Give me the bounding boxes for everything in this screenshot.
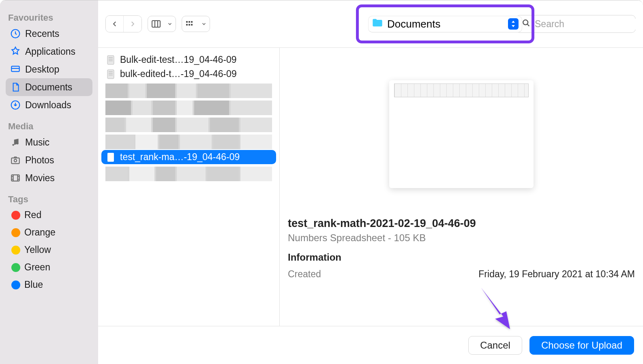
svg-rect-14 (191, 24, 193, 26)
svg-rect-10 (189, 21, 190, 23)
file-name: test_rank-ma…-19_04-46-09 (120, 152, 240, 163)
sidebar-item-label: Yellow (24, 244, 51, 255)
spreadsheet-icon (105, 152, 116, 163)
nav-back-button[interactable] (106, 16, 124, 32)
tag-dot-icon (11, 228, 20, 237)
svg-rect-5 (11, 158, 19, 164)
preview-title: test_rank-math-2021-02-19_04-46-09 (288, 217, 635, 230)
view-mode-selector[interactable] (148, 16, 176, 32)
search-input[interactable] (535, 19, 643, 30)
movies-icon (10, 172, 21, 184)
file-column[interactable]: Bulk-edit-test…19_04-46-09 bulk-edited-t… (98, 48, 280, 326)
sidebar-tag-green[interactable]: Green (6, 259, 92, 276)
file-row[interactable]: Bulk-edit-test…19_04-46-09 (98, 53, 279, 67)
download-icon (10, 99, 21, 111)
sidebar-item-label: Downloads (25, 100, 71, 111)
nav-group (105, 15, 142, 32)
preview-meta-row: Created Friday, 19 February 2021 at 10:3… (288, 269, 635, 280)
sidebar-item-music[interactable]: Music (6, 133, 92, 151)
grid-grouping-icon (182, 16, 198, 32)
sidebar-item-label: Green (24, 262, 50, 273)
svg-rect-8 (152, 21, 160, 27)
sidebar-item-photos[interactable]: Photos (6, 151, 92, 169)
blurred-row (105, 84, 272, 98)
sidebar-tag-yellow[interactable]: Yellow (6, 241, 92, 259)
sidebar-item-documents[interactable]: Documents (6, 78, 92, 96)
folder-icon (372, 18, 383, 30)
sidebar-heading-tags: Tags (6, 194, 92, 205)
sidebar-item-label: Photos (25, 155, 54, 166)
svg-rect-9 (186, 21, 188, 23)
sidebar-item-label: Blue (24, 279, 43, 290)
tag-dot-icon (11, 280, 20, 289)
blurred-row (105, 135, 272, 149)
spreadsheet-icon (105, 69, 116, 79)
svg-rect-13 (189, 24, 190, 26)
group-by-selector[interactable] (182, 16, 210, 32)
window-body: Favourites Recents Applications Desktop (0, 0, 643, 364)
tag-dot-icon (11, 263, 20, 272)
desktop-icon (10, 64, 21, 75)
preview-info-heading: Information (288, 252, 635, 263)
chevron-down-icon (198, 21, 210, 27)
file-name: bulk-edited-t…-19_04-46-09 (120, 69, 237, 79)
app-icon (10, 46, 21, 57)
preview-subtitle: Numbers Spreadsheet - 105 KB (288, 232, 635, 244)
blurred-row (105, 118, 272, 132)
chevron-right-icon (129, 20, 136, 28)
sidebar: Favourites Recents Applications Desktop (0, 0, 98, 364)
sidebar-item-recents[interactable]: Recents (6, 25, 92, 43)
sidebar-item-applications[interactable]: Applications (6, 43, 92, 60)
file-row-selected[interactable]: test_rank-ma…-19_04-46-09 (101, 150, 276, 164)
meta-label: Created (288, 269, 321, 280)
sidebar-item-label: Applications (25, 46, 75, 57)
svg-point-4 (17, 143, 18, 144)
tag-dot-icon (11, 246, 20, 255)
annotation-highlight: Documents (356, 4, 534, 43)
blurred-row (105, 167, 272, 181)
sidebar-item-label: Music (25, 137, 49, 148)
sidebar-tag-blue[interactable]: Blue (6, 276, 92, 293)
sidebar-item-label: Movies (25, 173, 55, 184)
preview-pane: test_rank-math-2021-02-19_04-46-09 Numbe… (280, 48, 643, 326)
column-view-icon (148, 16, 164, 32)
svg-rect-18 (107, 153, 114, 162)
bottom-bar: Cancel Choose for Upload (98, 326, 643, 364)
svg-point-3 (12, 144, 14, 146)
music-icon (10, 137, 21, 148)
toolbar: Documents (98, 0, 643, 47)
sidebar-item-desktop[interactable]: Desktop (6, 60, 92, 78)
svg-rect-17 (107, 70, 114, 79)
meta-value: Friday, 19 February 2021 at 10:34 AM (478, 269, 635, 280)
sidebar-heading-media: Media (6, 121, 92, 132)
preview-thumbnail (389, 80, 534, 188)
sidebar-item-label: Orange (24, 227, 56, 238)
sidebar-tag-orange[interactable]: Orange (6, 224, 92, 241)
chevron-down-icon (164, 21, 176, 27)
choose-for-upload-button[interactable]: Choose for Upload (529, 336, 634, 355)
spreadsheet-icon (105, 55, 116, 65)
tag-dot-icon (11, 211, 20, 220)
file-row[interactable]: bulk-edited-t…-19_04-46-09 (98, 67, 279, 81)
blurred-row (105, 101, 272, 115)
updown-icon (508, 18, 519, 30)
content-area: Bulk-edit-test…19_04-46-09 bulk-edited-t… (98, 47, 643, 326)
sidebar-tag-red[interactable]: Red (6, 206, 92, 224)
chevron-left-icon (111, 20, 118, 28)
svg-rect-1 (11, 66, 19, 71)
path-dropdown[interactable]: Documents (368, 16, 522, 32)
sidebar-item-label: Documents (25, 82, 72, 93)
svg-point-6 (14, 159, 17, 162)
svg-rect-11 (191, 21, 193, 23)
svg-rect-16 (107, 56, 114, 64)
sidebar-item-label: Red (24, 210, 41, 221)
nav-forward-button[interactable] (124, 16, 141, 32)
main-panel: Documents (98, 0, 643, 364)
file-open-dialog: Favourites Recents Applications Desktop (0, 0, 643, 364)
svg-rect-7 (11, 175, 19, 181)
sidebar-item-movies[interactable]: Movies (6, 169, 92, 187)
sidebar-item-downloads[interactable]: Downloads (6, 96, 92, 114)
sidebar-heading-favourites: Favourites (6, 13, 92, 23)
cancel-button[interactable]: Cancel (468, 336, 522, 355)
svg-rect-12 (186, 24, 188, 26)
